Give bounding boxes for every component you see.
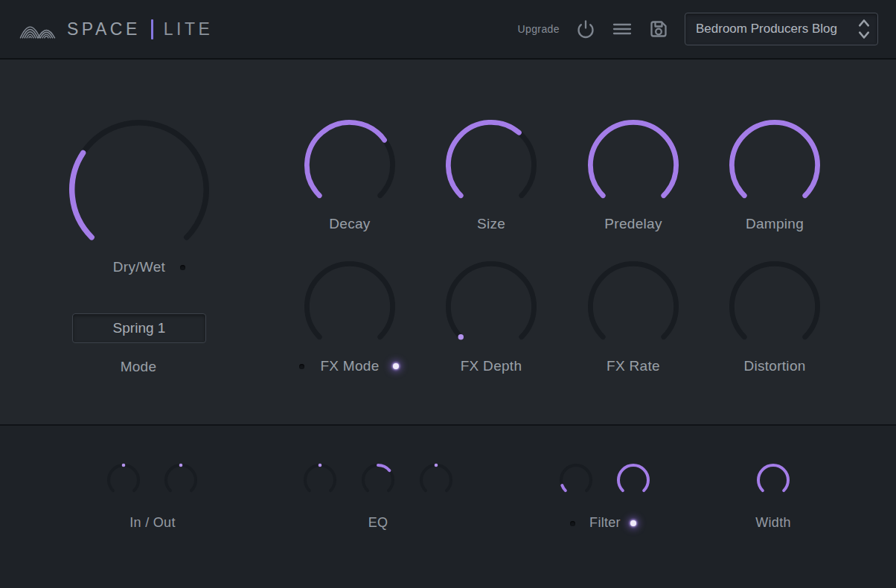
fx-mode-led-right[interactable]: [393, 363, 399, 369]
power-icon[interactable]: [575, 19, 596, 39]
logo-icon: [18, 15, 57, 43]
dry-wet-knob[interactable]: [68, 119, 210, 261]
fx-mode-label: FX Mode: [290, 358, 409, 374]
save-icon[interactable]: [648, 19, 669, 39]
fx-mode-led-left[interactable]: [299, 364, 304, 369]
upgrade-button[interactable]: Upgrade: [517, 23, 560, 35]
fx-mode-knob[interactable]: [304, 261, 396, 353]
eq-high-knob[interactable]: [419, 463, 453, 497]
top-bar: SPACE LITE Upgrade Bedroom Producers Blo…: [0, 0, 896, 60]
preset-name: Bedroom Producers Blog: [685, 22, 854, 36]
dry-wet-led[interactable]: [180, 265, 185, 270]
top-bar-controls: Upgrade Bedroom Producers Blog: [517, 0, 878, 58]
preset-selector[interactable]: Bedroom Producers Blog: [685, 13, 878, 45]
filter-led-right[interactable]: [630, 520, 636, 526]
distortion-knob[interactable]: [729, 261, 821, 353]
plugin-window: { "brand": {"primary": "SPACE", "seconda…: [0, 0, 896, 588]
brand-secondary: LITE: [164, 19, 214, 39]
main-panel: Dry/Wet Spring 1 Mode Decay Size Predela…: [0, 60, 896, 424]
width-knob[interactable]: [756, 463, 790, 497]
decay-label: Decay: [290, 216, 409, 232]
in-out-label: In / Out: [100, 515, 205, 531]
decay-knob[interactable]: [304, 119, 396, 211]
predelay-knob[interactable]: [587, 119, 679, 211]
filter-low-knob[interactable]: [559, 463, 593, 497]
dry-wet-label: Dry/Wet: [68, 259, 210, 275]
width-label: Width: [721, 515, 825, 531]
mode-label: Mode: [72, 359, 205, 375]
eq-mid-knob[interactable]: [361, 463, 395, 497]
brand-divider: [151, 19, 153, 39]
brand: SPACE LITE: [18, 0, 213, 58]
mode-selector[interactable]: Spring 1: [72, 313, 206, 343]
fx-rate-label: FX Rate: [574, 358, 693, 374]
size-label: Size: [432, 216, 551, 232]
predelay-label: Predelay: [574, 216, 693, 232]
size-knob[interactable]: [445, 119, 537, 211]
preset-stepper[interactable]: [854, 18, 877, 40]
menu-icon[interactable]: [612, 19, 633, 39]
filter-high-knob[interactable]: [616, 463, 650, 497]
fx-depth-knob[interactable]: [445, 261, 537, 353]
chevron-up-icon: [860, 20, 868, 25]
damping-knob[interactable]: [729, 119, 821, 211]
chevron-down-icon: [860, 33, 868, 38]
filter-label: Filter: [553, 515, 657, 531]
eq-label: EQ: [326, 515, 430, 531]
bottom-panel: In / Out EQ Filter Width: [0, 424, 896, 588]
eq-low-knob[interactable]: [303, 463, 337, 497]
brand-primary: SPACE: [67, 19, 141, 39]
input-gain-knob[interactable]: [106, 463, 141, 497]
distortion-label: Distortion: [715, 358, 834, 374]
damping-label: Damping: [715, 216, 834, 232]
output-gain-knob[interactable]: [164, 463, 198, 497]
fx-rate-knob[interactable]: [587, 261, 679, 353]
fx-depth-label: FX Depth: [432, 358, 551, 374]
filter-led-left[interactable]: [570, 521, 575, 526]
